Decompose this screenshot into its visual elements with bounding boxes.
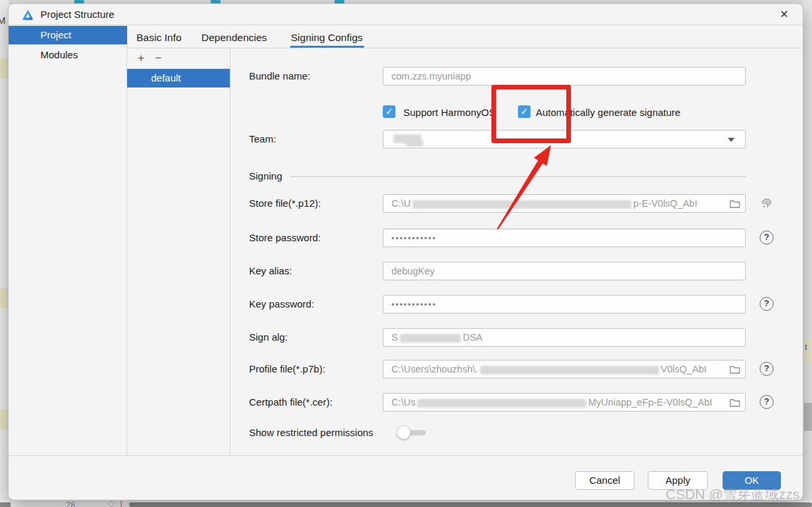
store-file-field[interactable]: C:\Up-E-V0lsQ_AbI bbox=[383, 194, 746, 213]
toggle-knob bbox=[397, 425, 411, 439]
signing-section-title: Signing bbox=[249, 170, 282, 182]
sign-alg-label: Sign alg: bbox=[249, 331, 287, 343]
sign-alg-field[interactable]: SDSA bbox=[383, 328, 746, 347]
project-structure-dialog: Project Structure ✕ Project Modules Basi… bbox=[8, 3, 803, 500]
signing-config-list-panel: + − default bbox=[127, 48, 230, 455]
bundle-name-label: Bundle name: bbox=[249, 70, 311, 82]
redacted-team-value bbox=[406, 141, 423, 146]
tab-bar: Basic Info Dependencies Signing Configs bbox=[127, 25, 803, 48]
screenshot-canvas: M t 28 ] Project Structure ✕ Project bbox=[0, 0, 812, 507]
editor-line-number: 28 bbox=[66, 500, 75, 507]
close-icon: ✕ bbox=[780, 9, 788, 20]
folder-browse-icon[interactable] bbox=[729, 365, 740, 374]
show-restricted-permissions-label: Show restricted permissions bbox=[249, 427, 374, 438]
check-icon: ✓ bbox=[521, 106, 529, 117]
config-list-toolbar: + − bbox=[127, 48, 230, 69]
cancel-button[interactable]: Cancel bbox=[575, 471, 634, 490]
store-password-field[interactable]: ••••••••••• bbox=[383, 229, 746, 247]
plus-icon: + bbox=[138, 52, 144, 64]
dialog-titlebar: Project Structure ✕ bbox=[9, 4, 803, 25]
show-restricted-permissions-toggle[interactable] bbox=[397, 425, 431, 440]
help-icon[interactable]: ? bbox=[760, 395, 774, 409]
deveco-studio-logo-icon bbox=[22, 9, 34, 21]
redacted-path bbox=[417, 399, 586, 408]
store-password-label: Store password: bbox=[249, 232, 321, 243]
tab-signing-configs[interactable]: Signing Configs bbox=[291, 25, 363, 48]
redacted-text bbox=[400, 334, 461, 343]
remove-config-button[interactable]: − bbox=[151, 50, 166, 67]
folder-browse-icon[interactable] bbox=[729, 398, 740, 408]
profile-file-field[interactable]: C:\Users\zhouzhsh\.V0lsQ_AbI bbox=[383, 360, 746, 378]
check-icon: ✓ bbox=[385, 106, 393, 117]
key-alias-label: Key alias: bbox=[249, 265, 292, 276]
close-button[interactable]: ✕ bbox=[775, 7, 793, 23]
active-tab-underline bbox=[290, 46, 364, 48]
auto-generate-signature-label: Automatically generate signature bbox=[536, 107, 680, 118]
tab-dependencies[interactable]: Dependencies bbox=[201, 25, 267, 48]
redacted-path bbox=[413, 200, 631, 209]
background-editor-text: t bbox=[805, 342, 807, 352]
sidebar-item-modules[interactable]: Modules bbox=[9, 46, 127, 64]
add-config-button[interactable]: + bbox=[134, 50, 148, 67]
bundle-name-field[interactable]: com.zzs.myuniapp bbox=[383, 67, 746, 85]
sidebar-item-project[interactable]: Project bbox=[9, 26, 127, 44]
key-password-field[interactable]: ••••••••••• bbox=[383, 295, 746, 313]
background-scrollbar bbox=[804, 403, 812, 431]
help-icon[interactable]: ? bbox=[760, 231, 774, 245]
background-right-strip bbox=[803, 0, 812, 507]
auto-generate-signature-checkbox[interactable]: ✓ bbox=[518, 105, 531, 118]
dialog-sidebar: Project Modules bbox=[9, 25, 127, 455]
signing-section-divider bbox=[290, 176, 746, 177]
background-editor-bar bbox=[0, 502, 11, 507]
minus-icon: − bbox=[155, 52, 162, 64]
certpath-file-label: Certpath file(*.cer): bbox=[249, 396, 332, 408]
help-icon[interactable]: ? bbox=[760, 362, 774, 376]
team-label: Team: bbox=[249, 133, 276, 144]
tab-basic-info[interactable]: Basic Info bbox=[136, 25, 181, 48]
store-file-label: Store file(*.p12): bbox=[249, 197, 321, 209]
watermark-text: CSDN @雪芽蓝域zzs bbox=[666, 485, 799, 504]
folder-browse-icon[interactable] bbox=[729, 199, 740, 209]
window-title: Project Structure bbox=[40, 4, 115, 25]
help-icon[interactable]: ? bbox=[760, 297, 774, 311]
key-alias-field[interactable]: debugKey bbox=[383, 262, 746, 280]
team-dropdown[interactable] bbox=[383, 130, 746, 148]
certpath-file-field[interactable]: C:\UsMyUniapp_eFp-E-V0lsQ_AbI bbox=[383, 393, 746, 412]
support-harmonyos-label: Support HarmonyOS bbox=[403, 107, 495, 118]
redacted-path bbox=[480, 366, 659, 374]
profile-file-label: Profile file(*.p7b): bbox=[249, 363, 325, 374]
fingerprint-icon[interactable] bbox=[760, 196, 774, 210]
support-harmonyos-checkbox[interactable]: ✓ bbox=[383, 105, 395, 118]
background-editor-text: M bbox=[0, 15, 6, 26]
key-password-label: Key password: bbox=[249, 298, 314, 310]
config-item-default[interactable]: default bbox=[127, 69, 230, 87]
chevron-down-icon bbox=[728, 138, 735, 142]
